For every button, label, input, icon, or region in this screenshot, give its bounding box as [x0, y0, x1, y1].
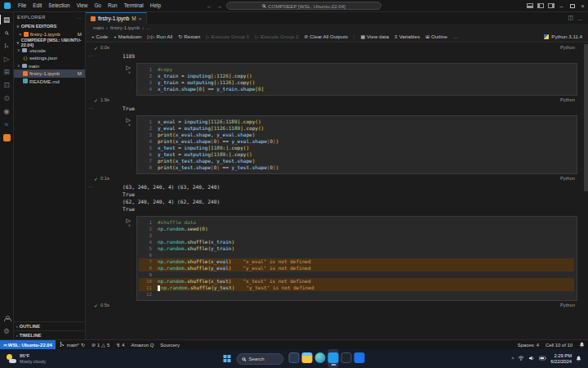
toolbar-more[interactable]: …	[453, 34, 458, 39]
tree-item-main[interactable]: ∨main	[14, 62, 85, 70]
extra-count-status[interactable]: ↯ 4	[113, 340, 127, 349]
activitybar-testing-icon[interactable]: ⊙	[0, 92, 14, 105]
toolbar-variables[interactable]: ≡Variables	[394, 34, 420, 39]
minimize-button[interactable]: –	[556, 0, 567, 11]
clock[interactable]: 2:29 PM 6/22/2024	[550, 353, 572, 364]
start-button[interactable]	[224, 355, 232, 363]
run-dropdown-icon[interactable]: ∨	[128, 70, 131, 74]
activitybar-aws-icon[interactable]	[0, 131, 14, 144]
tab-firstry-1[interactable]: firstry-1.ipynb M ×	[86, 12, 147, 24]
cell-run-button[interactable]: ▷	[127, 218, 131, 223]
activitybar-source-control-icon[interactable]	[0, 39, 14, 52]
cell-code-editor[interactable]: 1#shuffle data2np.random.seed(0)34np.ran…	[136, 216, 577, 301]
activitybar-settings-icon[interactable]: ⚙	[0, 325, 14, 338]
taskbar-app-terminal[interactable]	[341, 349, 352, 368]
workspace-section[interactable]: ∨ COMPDEEP [WSL: UBUNTU-22.04]	[14, 38, 85, 47]
taskbar-search[interactable]: Search	[237, 353, 284, 365]
toolbar-restart[interactable]: ↻Restart	[178, 34, 200, 39]
toolbar-clear-all-outputs[interactable]: ⊘Clear All Outputs	[304, 34, 347, 39]
menu-edit[interactable]: Edit	[29, 0, 45, 11]
activitybar-account-icon[interactable]	[0, 312, 14, 325]
toolbar-outline[interactable]: ⊞Outline	[425, 34, 448, 39]
volume-icon[interactable]	[528, 355, 535, 362]
split-editor-icon[interactable]: ◫	[568, 15, 573, 21]
scrollbar-thumb[interactable]	[584, 44, 588, 191]
activitybar-run-debug-icon[interactable]: ▷	[0, 52, 14, 65]
scrollbar[interactable]	[583, 43, 588, 339]
cell-language[interactable]: Python	[560, 97, 575, 102]
cell-run-button[interactable]: ▷	[127, 65, 131, 70]
taskbar-app-edge[interactable]	[315, 349, 326, 368]
sidebar-section-timeline[interactable]: ›TIMELINE	[14, 330, 85, 339]
amazon-q-status[interactable]: Amazon Q	[127, 340, 157, 349]
weather-widget[interactable]: 86°F Mostly cloudy	[7, 353, 46, 364]
cell-language[interactable]: Python	[560, 45, 575, 50]
open-editors-section[interactable]: ∨ OPEN EDITORS	[14, 22, 85, 30]
activitybar-explorer-icon[interactable]: ▤	[0, 13, 14, 26]
toolbar-markdown[interactable]: +Markdown	[114, 34, 141, 39]
menu-run[interactable]: Run	[105, 0, 121, 11]
menu-help[interactable]: Help	[147, 0, 164, 11]
remote-indicator[interactable]: >< WSL: Ubuntu-22.04	[0, 340, 56, 349]
taskbar-app-file-explorer[interactable]	[302, 349, 313, 368]
tree-item-firstry-1-ipynb[interactable]: firstry-1.ipynbM	[14, 70, 85, 78]
toolbar-run-all[interactable]: ▷▷Run All	[147, 34, 172, 39]
problems-status[interactable]: ⊘ 1 △ 5	[88, 340, 113, 349]
toolbar-view-data[interactable]: ▦View data	[360, 34, 389, 39]
cell-language[interactable]: Python	[560, 303, 575, 307]
tab-close-icon[interactable]: ×	[139, 16, 142, 21]
forward-icon[interactable]: →	[216, 3, 222, 9]
layout-sidebar-left-icon[interactable]	[535, 0, 546, 11]
activitybar-jupyter-icon[interactable]: ◉	[0, 105, 14, 118]
sourcery-status[interactable]: Sourcery	[157, 340, 183, 349]
command-center-search[interactable]: COMPDEEP [WSL: Ubuntu-22.04]	[226, 2, 381, 10]
output-menu-icon[interactable]: …	[86, 105, 122, 112]
close-button[interactable]: ×	[577, 0, 588, 11]
indentation-status[interactable]: Spaces: 4	[514, 340, 542, 349]
breadcrumb-symbol[interactable]: …	[146, 25, 151, 30]
breadcrumb[interactable]: main › firstry-1.ipynb › …	[86, 24, 588, 31]
cell-code-editor[interactable]: 1x_eval = inputing[1126:1189].copy()2y_e…	[136, 115, 577, 174]
run-dropdown-icon[interactable]: ∨	[128, 223, 131, 227]
tree-item-readme-md[interactable]: README.md	[14, 78, 85, 86]
toolbar-code[interactable]: +Code	[91, 34, 108, 39]
tray-overflow-icon[interactable]: ^	[511, 357, 514, 361]
tree-item--vscode[interactable]: ∨.vscode	[14, 47, 85, 55]
kernel-picker[interactable]: Python 3.11.4	[544, 34, 582, 39]
taskbar-app-vscode[interactable]	[328, 349, 339, 368]
layout-sidebar-right-icon[interactable]	[546, 0, 556, 11]
cell-code-editor[interactable]: 1#copy2x_train = inputing[:1126].copy()3…	[136, 63, 577, 96]
back-icon[interactable]: ←	[207, 3, 212, 9]
maximize-button[interactable]	[567, 0, 577, 11]
notifications-bell-icon[interactable]	[576, 340, 588, 349]
taskbar-app-store[interactable]	[354, 349, 365, 368]
activitybar-docker-icon[interactable]: ≈	[0, 118, 14, 131]
layout-panel-icon[interactable]	[524, 0, 535, 11]
activitybar-extensions-icon[interactable]: ⊞	[0, 65, 14, 79]
menu-go[interactable]: Go	[91, 0, 105, 11]
cell-position-status[interactable]: Cell 10 of 10	[542, 340, 576, 349]
battery-icon[interactable]	[539, 355, 546, 362]
run-dropdown-icon[interactable]: ∨	[128, 123, 131, 127]
sidebar-section-outline[interactable]: ›OUTLINE	[14, 321, 85, 330]
cell-run-button[interactable]: ▷	[127, 117, 131, 123]
git-branch-status[interactable]: main* ↻	[56, 340, 88, 349]
breadcrumb-file[interactable]: firstry-1.ipynb	[110, 25, 140, 30]
cell-language[interactable]: Python	[560, 176, 575, 181]
menu-file[interactable]: File	[15, 0, 29, 11]
output-menu-icon[interactable]: …	[86, 52, 122, 60]
wifi-icon[interactable]	[518, 355, 524, 362]
taskbar-app-task-view[interactable]	[289, 349, 300, 368]
output-menu-icon[interactable]: …	[86, 183, 122, 213]
menu-terminal[interactable]: Terminal	[121, 0, 147, 11]
activitybar-search-icon[interactable]	[0, 26, 14, 39]
notification-bell-icon[interactable]	[576, 356, 581, 362]
breadcrumb-folder[interactable]: main	[93, 25, 104, 30]
menu-view[interactable]: View	[74, 0, 91, 11]
menu-selection[interactable]: Selection	[45, 0, 73, 11]
close-icon[interactable]: ×	[19, 32, 22, 37]
tree-item-settings-json[interactable]: {}settings.json	[14, 54, 85, 62]
activitybar-remote-explorer-icon[interactable]: ⊡	[0, 79, 14, 92]
sidebar-more-icon[interactable]: …	[77, 15, 82, 20]
more-actions-icon[interactable]: …	[577, 16, 583, 21]
